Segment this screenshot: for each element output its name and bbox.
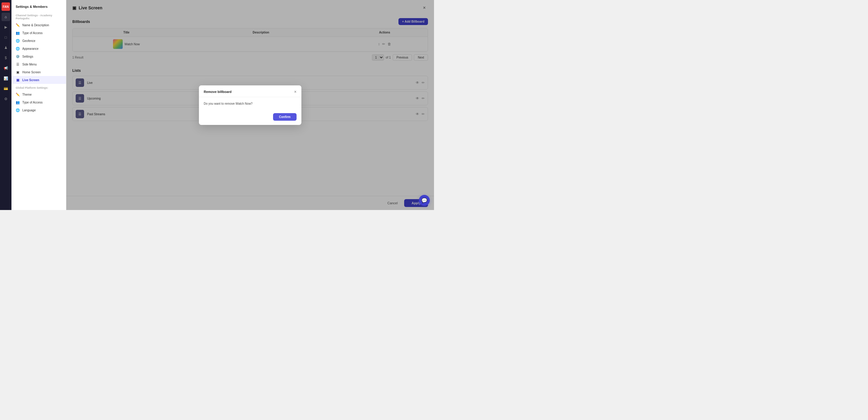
gear-icon: ⚙️ [16, 54, 20, 59]
main-panel: ▣ Live Screen × Billboards + Add Billboa… [66, 0, 434, 210]
nav-item-type-access[interactable]: 👥 Type of Access [11, 29, 66, 37]
nav-item-appearance[interactable]: 🌐 Appearance [11, 45, 66, 53]
nav-label-type-access-global: Type of Access [22, 101, 42, 104]
language-icon: 🌐 [16, 108, 20, 112]
nav-label-type-access: Type of Access [22, 31, 42, 35]
sidebar-marketing-icon[interactable]: 📢 [1, 64, 10, 73]
nav-label-settings: Settings [22, 55, 33, 58]
nav-item-home-screen[interactable]: ▣ Home Screen [11, 68, 66, 76]
logo-text: FAN [3, 5, 9, 8]
nav-label-language: Language [22, 109, 36, 112]
dialog-backdrop[interactable]: Remove billboard × Do you want to remove… [66, 0, 434, 210]
live-screen-icon: ▣ [16, 78, 20, 82]
confirm-button[interactable]: Confirm [273, 113, 297, 121]
chat-support-bubble[interactable]: 💬 [419, 195, 430, 206]
nav-label-side-menu: Side Menu [22, 63, 37, 66]
menu-icon: ☰ [16, 62, 20, 66]
remove-billboard-dialog: Remove billboard × Do you want to remove… [199, 85, 301, 125]
nav-item-theme[interactable]: ✏️ Theme [11, 90, 66, 99]
globe-icon: 🌐 [16, 38, 20, 43]
nav-label-live-screen: Live Screen [22, 79, 39, 82]
people2-icon: 👥 [16, 100, 20, 104]
modal-overlay: Settings & Members Channel Settings - Ac… [11, 0, 434, 210]
sidebar-content-icon[interactable]: □ [1, 33, 10, 41]
dialog-close-button[interactable]: × [294, 90, 297, 94]
sidebar-billing-icon[interactable]: 💳 [1, 84, 10, 93]
sidebar-video-icon[interactable]: ▶ [1, 23, 10, 31]
sidebar-analytics-icon[interactable]: 📊 [1, 74, 10, 83]
screen-icon: ▣ [16, 70, 20, 74]
nav-label-home-screen: Home Screen [22, 71, 41, 74]
nav-item-side-menu[interactable]: ☰ Side Menu [11, 60, 66, 68]
app-logo[interactable]: FAN [1, 2, 10, 11]
sidebar-sales-icon[interactable]: $ [1, 54, 10, 62]
nav-label-name-desc: Name & Description [22, 24, 49, 27]
nav-item-type-access-global[interactable]: 👥 Type of Access [11, 99, 66, 106]
theme-icon: ✏️ [16, 92, 20, 96]
settings-panel-title: Settings & Members [11, 5, 66, 11]
chat-icon: 💬 [421, 198, 427, 203]
dialog-title: Remove billboard [204, 90, 231, 93]
nav-label-geofence: Geofence [22, 39, 35, 43]
nav-label-theme: Theme [22, 93, 32, 96]
settings-panel: Settings & Members Channel Settings - Ac… [11, 0, 66, 210]
channel-settings-label: Channel Settings - Academy Português: [11, 11, 66, 21]
sidebar-home-icon[interactable]: ⌂ [1, 13, 10, 21]
nav-item-settings[interactable]: ⚙️ Settings [11, 53, 66, 60]
sidebar-members-icon[interactable]: ♟ [1, 44, 10, 52]
pencil-icon: ✏️ [16, 23, 20, 27]
app-sidebar: FAN ⌂ ▶ □ ♟ $ 📢 📊 💳 ⚙ [0, 0, 11, 210]
nav-item-language[interactable]: 🌐 Language [11, 106, 66, 114]
globe2-icon: 🌐 [16, 47, 20, 51]
nav-item-live-screen[interactable]: ▣ Live Screen [11, 76, 66, 84]
dialog-header: Remove billboard × [199, 85, 301, 97]
dialog-footer: Confirm [199, 110, 301, 125]
nav-item-name-desc[interactable]: ✏️ Name & Description [11, 21, 66, 29]
nav-item-geofence[interactable]: 🌐 Geofence [11, 37, 66, 45]
nav-label-appearance: Appearance [22, 47, 38, 50]
people-icon: 👥 [16, 31, 20, 35]
dialog-body: Do you want to remove Watch Now? [199, 97, 301, 110]
global-settings-label: Global Platform Settings: [11, 84, 66, 90]
sidebar-settings-icon[interactable]: ⚙ [1, 95, 10, 103]
